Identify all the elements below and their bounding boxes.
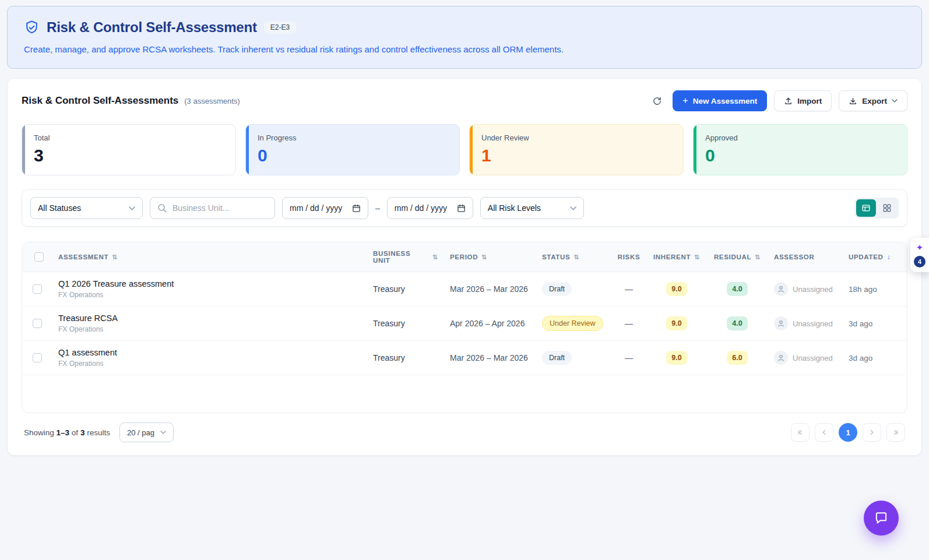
stat-value: 3 bbox=[34, 146, 224, 165]
stat-value: 0 bbox=[258, 146, 448, 165]
assessment-name[interactable]: Treasure RCSA bbox=[58, 314, 361, 323]
page-1-button[interactable]: 1 bbox=[839, 423, 857, 442]
period-cell: Mar 2026 – Mar 2026 bbox=[444, 279, 536, 300]
column-header-period[interactable]: Period⇅ bbox=[444, 246, 536, 269]
list-view-button[interactable] bbox=[856, 199, 876, 217]
import-button[interactable]: Import bbox=[774, 90, 832, 111]
card-header: Risk & Control Self-Assessments (3 asses… bbox=[22, 90, 907, 111]
assessment-name[interactable]: Q1 assessment bbox=[58, 348, 361, 357]
table-header-row: Assessment⇅ Business Unit⇅ Period⇅ Statu… bbox=[22, 242, 907, 272]
stats-row: Total 3 In Progress 0 Under Review 1 App… bbox=[22, 124, 907, 175]
date-range-separator: – bbox=[375, 203, 380, 213]
assessor-avatar bbox=[774, 316, 788, 330]
chevron-down-icon bbox=[570, 206, 576, 210]
updated-cell: 18h ago bbox=[843, 279, 907, 300]
results-summary: Showing 1–3 of 3 results bbox=[24, 428, 110, 437]
next-page-button[interactable] bbox=[863, 423, 881, 442]
stat-card-approved: Approved 0 bbox=[693, 124, 907, 175]
business-unit-search[interactable] bbox=[150, 197, 275, 219]
extensions-side-tab[interactable]: ✦ 4 bbox=[910, 238, 929, 272]
table-footer: Showing 1–3 of 3 results 20 / pag 1 bbox=[22, 413, 907, 447]
chevron-down-icon bbox=[129, 206, 135, 210]
page-subtitle: Create, manage, and approve RCSA workshe… bbox=[24, 44, 905, 54]
inherent-score: 9.0 bbox=[666, 351, 687, 365]
column-header-inherent[interactable]: Inherent⇅ bbox=[647, 246, 706, 269]
period-cell: Mar 2026 – Mar 2026 bbox=[444, 347, 536, 368]
select-all-checkbox[interactable] bbox=[34, 252, 44, 262]
column-header-status[interactable]: Status⇅ bbox=[536, 246, 611, 269]
business-unit-cell: Treasury bbox=[367, 313, 444, 334]
risks-cell: — bbox=[611, 347, 647, 368]
column-header-residual[interactable]: Residual⇅ bbox=[706, 246, 768, 269]
grid-view-button[interactable] bbox=[877, 199, 897, 217]
assessor-name: Unassigned bbox=[793, 285, 833, 294]
assessor-avatar bbox=[774, 282, 788, 296]
calendar-icon bbox=[352, 204, 361, 213]
assessment-sub: FX Operations bbox=[58, 291, 361, 299]
date-to-input[interactable]: mm / dd / yyyy bbox=[387, 197, 473, 219]
assessment-sub: FX Operations bbox=[58, 325, 361, 333]
sort-icon: ⇅ bbox=[432, 253, 438, 261]
inherent-score: 9.0 bbox=[666, 282, 687, 296]
assessment-name[interactable]: Q1 2026 Treasure assessment bbox=[58, 279, 361, 288]
table-row[interactable]: Q1 2026 Treasure assessment FX Operation… bbox=[22, 272, 907, 307]
notification-count-badge: 4 bbox=[914, 256, 926, 267]
status-filter-select[interactable]: All Statuses bbox=[30, 197, 143, 219]
stat-label: Under Review bbox=[481, 133, 671, 142]
list-view-icon bbox=[861, 203, 871, 213]
plus-icon: + bbox=[682, 96, 688, 105]
upload-icon bbox=[784, 97, 793, 105]
chat-fab-button[interactable] bbox=[864, 501, 899, 536]
column-header-updated[interactable]: Updated↓ bbox=[843, 245, 907, 269]
refresh-button[interactable] bbox=[649, 93, 666, 110]
assessor-name: Unassigned bbox=[793, 319, 833, 328]
residual-score: 4.0 bbox=[727, 282, 748, 296]
column-header-assessment[interactable]: Assessment⇅ bbox=[52, 246, 367, 269]
table-empty-space bbox=[22, 375, 907, 413]
residual-score: 6.0 bbox=[727, 351, 748, 365]
export-button[interactable]: Export bbox=[839, 90, 907, 111]
page-banner: Risk & Control Self-Assessment E2-E3 Cre… bbox=[7, 6, 922, 69]
row-checkbox[interactable] bbox=[33, 353, 42, 362]
stat-value: 1 bbox=[481, 146, 671, 165]
new-assessment-button[interactable]: + New Assessment bbox=[673, 90, 767, 111]
filter-bar: All Statuses mm / dd / yyyy bbox=[22, 189, 907, 227]
grid-view-icon bbox=[882, 203, 892, 213]
table-row[interactable]: Q1 assessment FX Operations Treasury Mar… bbox=[22, 341, 907, 375]
last-page-button[interactable] bbox=[886, 423, 905, 442]
sort-desc-icon: ↓ bbox=[887, 253, 891, 261]
status-badge: Under Review bbox=[542, 316, 603, 331]
table-row[interactable]: Treasure RCSA FX Operations Treasury Apr… bbox=[22, 307, 907, 341]
business-unit-input[interactable] bbox=[171, 203, 268, 213]
column-header-business-unit[interactable]: Business Unit⇅ bbox=[367, 242, 444, 272]
column-header-assessor: Assessor bbox=[768, 246, 843, 268]
status-badge: Draft bbox=[542, 282, 572, 296]
status-badge: Draft bbox=[542, 351, 572, 365]
inherent-score: 9.0 bbox=[666, 316, 687, 330]
assessments-table: Assessment⇅ Business Unit⇅ Period⇅ Statu… bbox=[22, 242, 907, 413]
rcsa-page: Risk & Control Self-Assessment E2-E3 Cre… bbox=[0, 0, 929, 479]
risks-cell: — bbox=[611, 279, 647, 300]
previous-page-button[interactable] bbox=[815, 423, 833, 442]
assessment-sub: FX Operations bbox=[58, 360, 361, 368]
page-size-select[interactable]: 20 / pag bbox=[119, 422, 174, 442]
stat-label: In Progress bbox=[258, 133, 448, 142]
chat-bubble-icon bbox=[874, 510, 889, 526]
date-from-input[interactable]: mm / dd / yyyy bbox=[282, 197, 368, 219]
business-unit-cell: Treasury bbox=[367, 347, 444, 368]
updated-cell: 3d ago bbox=[843, 348, 907, 368]
updated-cell: 3d ago bbox=[843, 314, 907, 334]
sort-icon: ⇅ bbox=[694, 253, 700, 261]
first-page-button[interactable] bbox=[791, 423, 810, 442]
period-cell: Apr 2026 – Apr 2026 bbox=[444, 313, 536, 334]
stat-card-under-review: Under Review 1 bbox=[469, 124, 684, 175]
assessor-name: Unassigned bbox=[793, 354, 833, 362]
business-unit-cell: Treasury bbox=[367, 279, 444, 300]
stat-label: Total bbox=[34, 133, 224, 142]
risk-level-filter-select[interactable]: All Risk Levels bbox=[480, 197, 584, 219]
risks-cell: — bbox=[611, 313, 647, 334]
row-checkbox[interactable] bbox=[33, 284, 42, 294]
stat-card-in-progress: In Progress 0 bbox=[245, 124, 460, 175]
page-title: Risk & Control Self-Assessment bbox=[47, 19, 257, 36]
row-checkbox[interactable] bbox=[33, 319, 42, 328]
